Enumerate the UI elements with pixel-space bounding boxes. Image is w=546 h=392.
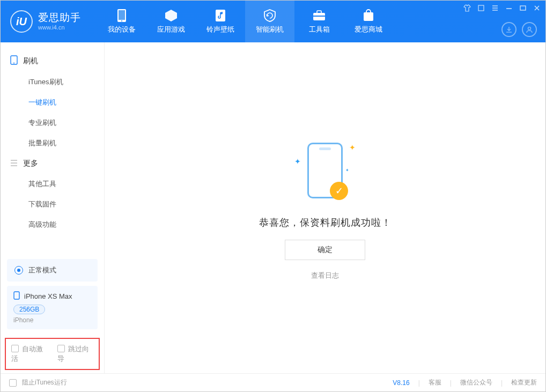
checkbox-label: 阻止iTunes运行 <box>22 378 67 387</box>
sidebar-item-batch-flash[interactable]: 批量刷机 <box>1 133 104 153</box>
version-label: V8.16 <box>393 379 409 387</box>
block-itunes-checkbox[interactable]: 阻止iTunes运行 <box>9 378 67 387</box>
nav-label: 智能刷机 <box>256 25 284 34</box>
wechat-link[interactable]: 微信公众号 <box>460 378 492 387</box>
check-icon: ✓ <box>330 182 348 200</box>
device-storage-badge: 256GB <box>13 305 45 314</box>
nav-label: 我的设备 <box>108 25 136 34</box>
logo-area: iU 爱思助手 www.i4.cn <box>10 10 81 33</box>
sidebar: 刷机 iTunes刷机 一键刷机 专业刷机 批量刷机 更多 其他工具 下载固件 … <box>1 42 105 373</box>
nav-apps-games[interactable]: 应用游戏 <box>146 1 196 42</box>
phone-small-icon <box>13 291 20 301</box>
window-controls <box>463 4 541 12</box>
section-label: 刷机 <box>23 56 38 66</box>
body: 刷机 iTunes刷机 一键刷机 专业刷机 批量刷机 更多 其他工具 下载固件 … <box>1 42 545 373</box>
section-label: 更多 <box>23 159 38 168</box>
check-update-link[interactable]: 检查更新 <box>511 378 537 387</box>
svg-rect-9 <box>520 6 526 10</box>
cube-icon <box>164 9 178 23</box>
toolbox-icon <box>312 9 326 23</box>
sparkle-icon: ✦ <box>294 157 301 166</box>
svg-rect-1 <box>119 10 125 20</box>
nav-ringtone-wallpaper[interactable]: 铃声壁纸 <box>196 1 245 42</box>
success-message: 恭喜您，保资料刷机成功啦！ <box>259 216 392 229</box>
separator: | <box>450 379 452 387</box>
close-button[interactable] <box>533 4 541 12</box>
mode-card[interactable]: 正常模式 <box>7 259 98 282</box>
box-icon[interactable] <box>477 4 485 12</box>
confirm-button[interactable]: 确定 <box>285 240 365 260</box>
skip-guide-checkbox[interactable]: 跳过向导 <box>57 344 94 364</box>
svg-rect-5 <box>317 11 321 13</box>
sparkle-icon: ✦ <box>345 168 349 173</box>
svg-rect-8 <box>478 5 484 11</box>
auto-activate-checkbox[interactable]: 自动激活 <box>11 344 48 364</box>
note-icon <box>213 9 227 23</box>
checkbox-icon <box>57 345 65 352</box>
sidebar-item-other-tools[interactable]: 其他工具 <box>1 174 104 194</box>
sidebar-item-advanced[interactable]: 高级功能 <box>1 215 104 235</box>
shirt-icon[interactable] <box>463 4 471 12</box>
logo-text: 爱思助手 www.i4.cn <box>38 12 81 31</box>
minimize-button[interactable] <box>505 4 513 12</box>
svg-rect-6 <box>313 16 325 17</box>
phone-icon <box>115 9 129 23</box>
svg-point-12 <box>13 63 14 64</box>
sidebar-section-more: 更多 <box>1 153 104 174</box>
nav-label: 应用游戏 <box>157 25 185 34</box>
nav-my-device[interactable]: 我的设备 <box>97 1 146 42</box>
nav-toolbox[interactable]: 工具箱 <box>294 1 344 42</box>
mode-icon <box>14 266 23 275</box>
support-link[interactable]: 客服 <box>429 378 441 387</box>
menu-icon[interactable] <box>491 4 499 12</box>
nav-label: 爱思商城 <box>355 25 382 34</box>
device-card[interactable]: iPhone XS Max 256GB iPhone <box>7 286 98 329</box>
sidebar-item-pro-flash[interactable]: 专业刷机 <box>1 113 104 133</box>
footer: 阻止iTunes运行 V8.16 | 客服 | 微信公众号 | 检查更新 <box>1 373 545 391</box>
nav-smart-flash[interactable]: 智能刷机 <box>245 1 294 42</box>
checkbox-icon <box>9 379 17 387</box>
sidebar-item-oneclick-flash[interactable]: 一键刷机 <box>1 92 104 113</box>
nav-label: 工具箱 <box>309 25 330 34</box>
maximize-button[interactable] <box>519 4 527 12</box>
device-type: iPhone <box>13 316 91 324</box>
bag-icon <box>361 9 375 23</box>
app-title: 爱思助手 <box>38 12 81 24</box>
separator: | <box>418 379 420 387</box>
svg-rect-13 <box>14 292 19 299</box>
separator: | <box>501 379 503 387</box>
success-illustration: ✦ ✦ ✦ ✓ <box>285 136 365 205</box>
download-button[interactable] <box>501 22 517 37</box>
header: iU 爱思助手 www.i4.cn 我的设备 应用游戏 铃声壁纸 智能刷机 <box>1 1 545 42</box>
sidebar-item-itunes-flash[interactable]: iTunes刷机 <box>1 72 104 92</box>
header-right-buttons <box>501 22 537 37</box>
svg-point-10 <box>528 27 531 30</box>
nav-store[interactable]: 爱思商城 <box>344 1 393 42</box>
svg-rect-7 <box>364 12 373 21</box>
nav: 我的设备 应用游戏 铃声壁纸 智能刷机 工具箱 爱思商城 <box>97 1 393 42</box>
sparkle-icon: ✦ <box>349 143 356 152</box>
device-icon <box>10 55 18 66</box>
sidebar-section-flash: 刷机 <box>1 50 104 72</box>
nav-label: 铃声壁纸 <box>206 25 234 34</box>
view-log-link[interactable]: 查看日志 <box>311 271 339 280</box>
device-title: iPhone XS Max <box>13 291 91 301</box>
options-row: 自动激活 跳过向导 <box>5 338 100 370</box>
main-content: ✦ ✦ ✦ ✓ 恭喜您，保资料刷机成功啦！ 确定 查看日志 <box>105 42 545 373</box>
logo-icon: iU <box>10 10 33 33</box>
mode-label: 正常模式 <box>28 265 56 275</box>
list-icon <box>10 159 18 168</box>
user-button[interactable] <box>522 22 537 37</box>
shield-refresh-icon <box>263 9 277 23</box>
device-name: iPhone XS Max <box>24 292 72 300</box>
result-panel: ✦ ✦ ✦ ✓ 恭喜您，保资料刷机成功啦！ 确定 查看日志 <box>259 136 392 280</box>
checkbox-icon <box>11 345 19 352</box>
sidebar-item-download-firmware[interactable]: 下载固件 <box>1 194 104 215</box>
footer-links: V8.16 | 客服 | 微信公众号 | 检查更新 <box>393 378 537 387</box>
svg-point-2 <box>121 20 122 21</box>
app-subtitle: www.i4.cn <box>38 24 81 31</box>
app-window: iU 爱思助手 www.i4.cn 我的设备 应用游戏 铃声壁纸 智能刷机 <box>0 0 546 392</box>
